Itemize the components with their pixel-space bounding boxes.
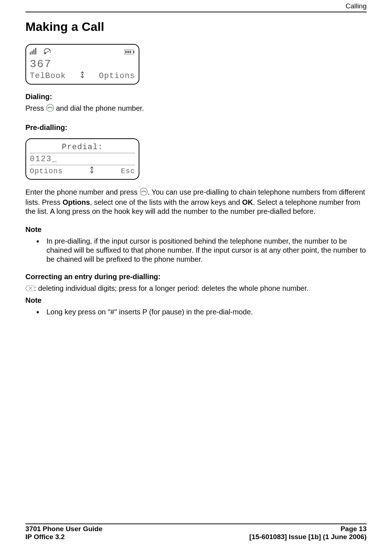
- arrows-icon: [80, 71, 85, 81]
- svg-rect-2: [33, 49, 34, 54]
- svg-rect-0: [30, 52, 31, 54]
- svg-rect-10: [82, 74, 83, 76]
- footer-right-2: [15-601083] Issue [1b] (1 June 2006): [249, 533, 367, 541]
- lcd-dialed-number: 367: [30, 58, 52, 70]
- ear-icon: [43, 48, 52, 58]
- note-label-1: Note: [25, 225, 367, 234]
- lcd-status-bar: [30, 47, 135, 58]
- predialling-label: Pre-dialling:: [25, 123, 367, 132]
- correcting-body: : deleting individual digits; press for …: [34, 284, 309, 292]
- svg-point-11: [46, 104, 54, 111]
- lcd-predial-number-row: 0123_: [30, 153, 135, 165]
- lcd-left-softkey: TelBook: [30, 72, 66, 81]
- note-list-2: Long key press on "#" inserts P (for pau…: [44, 307, 367, 317]
- note-bullet-2: Long key press on "#" inserts P (for pau…: [44, 307, 367, 317]
- lcd-predial-left-softkey: Options: [30, 167, 63, 175]
- predial-paragraph: Enter the phone number and press . You c…: [25, 188, 367, 216]
- svg-point-13: [140, 188, 147, 195]
- svg-rect-8: [127, 51, 129, 53]
- hook-icon: [140, 188, 148, 198]
- dialing-text: Press and dial the phone number.: [25, 104, 367, 114]
- footer-rule: [25, 524, 367, 524]
- lcd-softkey-row: TelBook Options: [30, 70, 135, 82]
- dialing-text-after: and dial the phone number.: [56, 104, 144, 112]
- lcd-screen-predial: Predial: 0123_ Options Esc: [25, 138, 139, 180]
- battery-icon: [124, 48, 135, 57]
- svg-point-4: [44, 52, 46, 54]
- svg-rect-9: [130, 51, 131, 53]
- svg-rect-1: [32, 51, 33, 54]
- hook-icon: [46, 104, 54, 114]
- svg-rect-3: [35, 48, 36, 54]
- lcd-predial-number: 0123_: [30, 155, 57, 164]
- footer-row-2: IP Office 3.2 [15-601083] Issue [1b] (1 …: [25, 533, 367, 541]
- lcd-predial-title: Predial:: [30, 141, 135, 153]
- arrows-icon: [89, 166, 94, 176]
- lcd-predial-right-softkey: Esc: [121, 167, 135, 175]
- page-title: Making a Call: [25, 20, 367, 34]
- header-rule: [25, 12, 367, 12]
- correcting-text: : deleting individual digits; press for …: [25, 284, 367, 293]
- chapter-label: Calling: [25, 2, 367, 10]
- footer-right-1: Page 13: [340, 525, 367, 533]
- svg-rect-7: [125, 51, 127, 53]
- lcd-predial-softkey-row: Options Esc: [30, 165, 135, 177]
- svg-rect-12: [91, 169, 93, 171]
- predial-text-mid: , select one of the lists with the arrow…: [90, 198, 242, 206]
- dialing-text-before: Press: [25, 104, 46, 112]
- signal-icon: [30, 48, 38, 58]
- lcd-screen-dialing: 367 TelBook Options: [25, 44, 139, 85]
- note-label-2: Note: [25, 296, 367, 305]
- lcd-number-row: 367: [30, 58, 135, 70]
- predial-options-bold: Options: [62, 198, 90, 206]
- footer-row-1: 3701 Phone User Guide Page 13: [25, 525, 367, 533]
- predial-ok-bold: OK: [242, 198, 253, 206]
- note-bullet-1: In pre-dialling, if the input cursor is …: [44, 237, 367, 264]
- correcting-label: Correcting an entry during pre-dialling:: [25, 273, 367, 281]
- predial-text-before: Enter the phone number and press: [25, 188, 140, 196]
- lcd-right-softkey: Options: [99, 72, 135, 81]
- dialing-label: Dialing:: [25, 93, 367, 101]
- page-footer: 3701 Phone User Guide Page 13 IP Office …: [25, 524, 367, 541]
- note-list-1: In pre-dialling, if the input cursor is …: [44, 237, 367, 264]
- footer-left-2: IP Office 3.2: [25, 533, 65, 541]
- svg-rect-6: [133, 51, 134, 53]
- delete-icon: [25, 284, 34, 293]
- footer-left-1: 3701 Phone User Guide: [25, 525, 102, 533]
